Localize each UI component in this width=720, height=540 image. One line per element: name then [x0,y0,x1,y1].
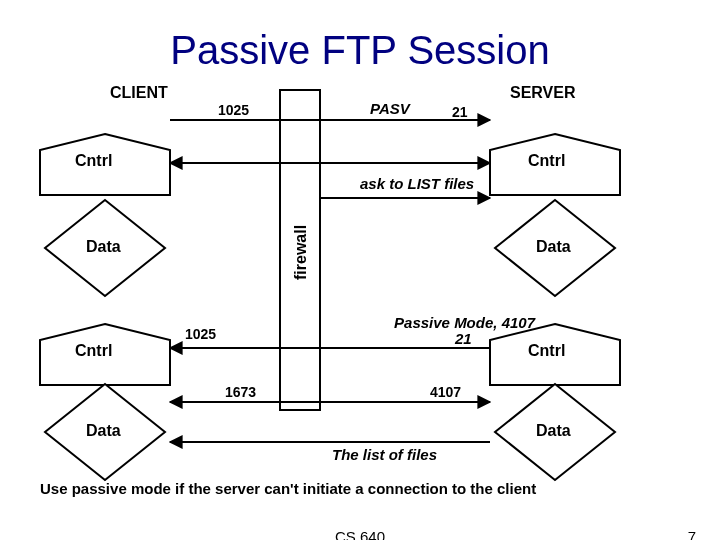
server-data-port: 4107 [430,384,461,400]
footer-page: 7 [688,528,696,540]
footer-course: CS 640 [335,528,385,540]
server-cntrl-label-2: Cntrl [528,342,565,360]
passive-mode-msg-l1: Passive Mode, 4107 [335,314,535,331]
firewall-label: firewall [292,225,310,280]
ask-msg: ask to LIST files [360,176,474,193]
client-cntrl-label-2: Cntrl [75,342,112,360]
client-data-label-1: Data [86,238,121,256]
client-cntrl-label-1: Cntrl [75,152,112,170]
list-msg: The list of files [332,446,437,463]
slide: Passive FTP Session CLIENT SERVER [0,0,720,540]
server-ctrl-port-1: 21 [452,104,468,120]
server-cntrl-label-1: Cntrl [528,152,565,170]
slide-note: Use passive mode if the server can't ini… [40,480,536,497]
client-ctrl-port-1: 1025 [218,102,249,118]
client-data-port: 1673 [225,384,256,400]
client-data-label-2: Data [86,422,121,440]
client-ctrl-port-2: 1025 [185,326,216,342]
passive-mode-msg-l2: 21 [455,330,472,347]
pasv-msg: PASV [370,100,410,117]
server-data-label-2: Data [536,422,571,440]
server-data-label-1: Data [536,238,571,256]
